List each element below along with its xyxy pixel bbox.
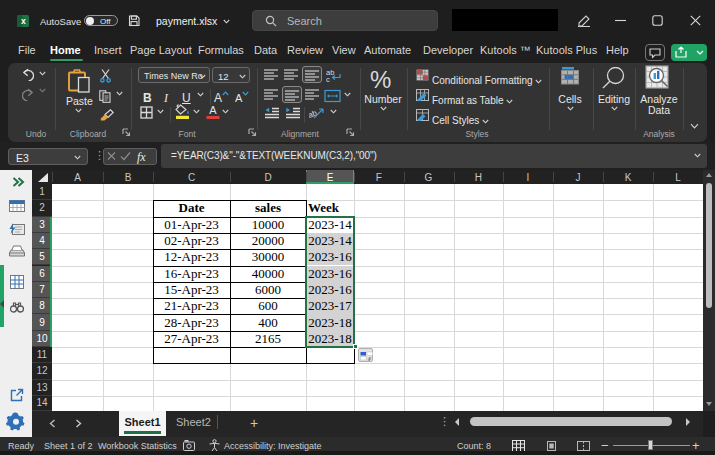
svg-text:c: c	[326, 75, 330, 83]
svg-text:x: x	[21, 16, 26, 26]
svg-text:A: A	[209, 104, 217, 116]
svg-text:fx: fx	[137, 150, 146, 164]
